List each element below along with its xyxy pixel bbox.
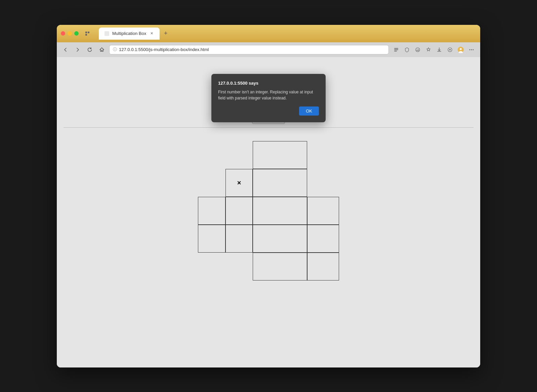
page-content: 127.0.0.1:5500 says First number isn't a… [57, 57, 480, 367]
nav-actions [391, 45, 476, 54]
svg-point-8 [449, 49, 451, 50]
lock-icon: ⓘ [113, 47, 117, 52]
svg-rect-4 [394, 48, 398, 49]
svg-rect-3 [105, 31, 109, 36]
window-icon [83, 29, 92, 38]
minimize-button[interactable] [68, 31, 72, 36]
tab-favicon [104, 31, 110, 36]
new-tab-button[interactable]: + [161, 29, 170, 38]
alert-dialog: 127.0.0.1:5500 says First number isn't a… [211, 74, 326, 122]
dialog-message: First number isn't an integer. Replacing… [218, 89, 319, 101]
extensions-button[interactable] [445, 45, 455, 54]
maximize-button[interactable] [74, 31, 79, 36]
reader-mode-button[interactable] [391, 45, 401, 54]
tab-title: Multiplication Box [112, 31, 146, 36]
more-button[interactable] [467, 45, 476, 54]
dialog-title: 127.0.0.1:5500 says [218, 81, 319, 86]
url-text: 127.0.0.1:5500/js-multiplication-box/ind… [119, 47, 209, 52]
svg-rect-1 [88, 32, 89, 33]
home-button[interactable] [97, 45, 107, 54]
dialog-footer: OK [218, 106, 319, 116]
svg-point-13 [469, 49, 470, 50]
address-bar[interactable]: ⓘ 127.0.0.1:5500/js-multiplication-box/i… [109, 45, 389, 54]
svg-rect-0 [85, 32, 87, 33]
tab-bar: Multiplication Box ✕ + [99, 28, 170, 40]
shield-button[interactable] [402, 45, 412, 54]
tab-close-button[interactable]: ✕ [149, 31, 154, 36]
svg-rect-2 [85, 34, 87, 36]
downloads-button[interactable] [435, 45, 444, 54]
svg-rect-5 [394, 49, 398, 50]
svg-point-15 [473, 49, 474, 50]
browser-window: Multiplication Box ✕ + [57, 25, 480, 367]
title-bar: Multiplication Box ✕ + [57, 25, 480, 42]
dialog-overlay: 127.0.0.1:5500 says First number isn't a… [57, 57, 480, 367]
back-button[interactable] [61, 45, 70, 54]
forward-button[interactable] [73, 45, 82, 54]
svg-point-7 [416, 48, 420, 52]
refresh-button[interactable] [85, 45, 94, 54]
sync-button[interactable] [413, 45, 422, 54]
svg-rect-6 [394, 51, 397, 51]
profile-button[interactable] [456, 45, 465, 54]
nav-bar: ⓘ 127.0.0.1:5500/js-multiplication-box/i… [57, 42, 480, 57]
close-button[interactable] [61, 31, 65, 36]
svg-point-14 [471, 49, 472, 50]
traffic-lights [61, 31, 79, 36]
active-tab[interactable]: Multiplication Box ✕ [99, 28, 160, 40]
svg-point-11 [460, 48, 462, 50]
favorites-button[interactable] [424, 45, 433, 54]
dialog-ok-button[interactable]: OK [299, 106, 319, 116]
